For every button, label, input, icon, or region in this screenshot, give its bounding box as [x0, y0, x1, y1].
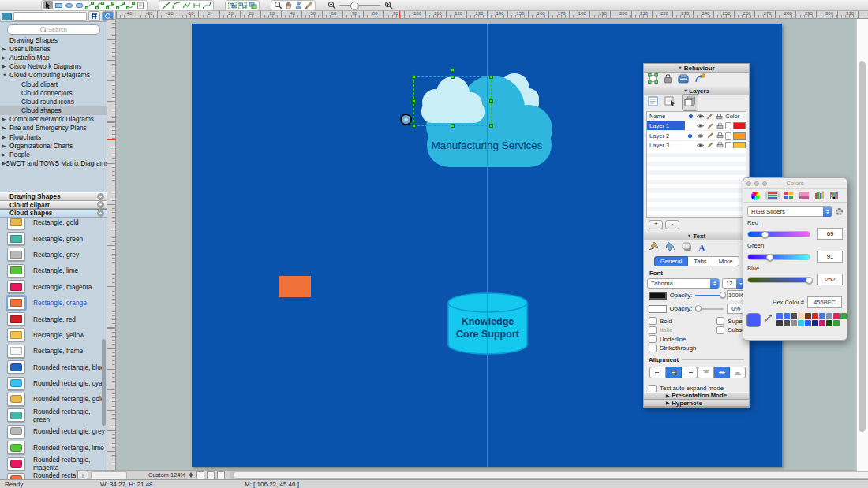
text-block-tool-icon[interactable]	[136, 1, 145, 9]
tab-more[interactable]: More	[713, 256, 739, 266]
section-header-drawing-shapes[interactable]: Drawing Shapes	[0, 192, 107, 201]
hypernote-header[interactable]: ▶ Hypernote	[644, 400, 749, 408]
color-swatch[interactable]	[791, 320, 797, 326]
superscript-checkbox[interactable]	[716, 317, 724, 325]
text-panel-header[interactable]: ▼ Text	[644, 232, 749, 240]
green-slider[interactable]	[747, 254, 810, 260]
vertical-scrollbar[interactable]	[856, 19, 868, 471]
sidebar-item-cloud-computing-diagrams[interactable]: ▼Cloud Computing Diagrams	[0, 71, 107, 80]
gear-icon[interactable]	[97, 201, 104, 208]
zoom-in-icon[interactable]	[383, 1, 393, 9]
printable-toggle[interactable]	[715, 123, 725, 129]
selection-rotate-handle[interactable]	[451, 68, 455, 72]
arc-tool-icon[interactable]	[171, 1, 181, 9]
font-family-stepper-icon[interactable]	[710, 278, 719, 289]
sidebar-item-cisco-network-diagrams[interactable]: ▶Cisco Network Diagrams	[0, 62, 107, 71]
gear-icon[interactable]	[97, 210, 104, 217]
slider-knob[interactable]	[766, 254, 773, 261]
color-sliders-icon[interactable]	[765, 191, 780, 200]
color-palette-icon[interactable]	[784, 191, 795, 200]
sidebar-item-cloud-clipart[interactable]: Cloud clipart	[0, 80, 107, 88]
behaviour-selection-behaviour-icon[interactable]	[648, 73, 658, 87]
shape-item-rectangle-red[interactable]: Rectangle, red	[0, 311, 107, 326]
selection-handle-n[interactable]	[451, 75, 455, 79]
visibility-toggle[interactable]	[695, 123, 705, 129]
gear-icon[interactable]	[836, 208, 843, 215]
current-color-swatch[interactable]	[746, 313, 761, 327]
select-arrow-icon[interactable]	[43, 1, 53, 9]
layer-row-layer-2[interactable]: Layer 2	[647, 131, 746, 140]
behaviour-action-icon[interactable]	[694, 73, 705, 87]
disclosure-triangle-icon[interactable]: ▶	[0, 47, 9, 51]
pan-hand-tool-icon[interactable]	[283, 1, 293, 9]
zoom-slider-knob[interactable]	[350, 2, 359, 10]
underline-checkbox[interactable]	[649, 335, 657, 343]
sidebar-item-swot-and-tows-matrix-diagrams[interactable]: ▶SWOT and TOWS Matrix Diagrams	[0, 159, 107, 168]
stamp-tool-icon[interactable]	[294, 1, 303, 9]
red-slider[interactable]	[747, 231, 810, 237]
behaviour-panel-header[interactable]: ▼ Behaviour	[644, 64, 749, 73]
layer-color-chip[interactable]	[733, 132, 746, 140]
polyline-tool-icon[interactable]	[181, 1, 191, 9]
zoom-tool-icon[interactable]	[273, 1, 282, 9]
layer-color-chip[interactable]	[733, 122, 746, 129]
color-swatch[interactable]	[784, 320, 790, 326]
sidebar-item-organizational-charts[interactable]: ▶Organizational Charts	[0, 141, 107, 150]
bold-checkbox[interactable]	[649, 317, 657, 325]
sidebar-scrollbar[interactable]	[102, 339, 106, 426]
shape-item-rectangle-green[interactable]: Rectangle, green	[0, 230, 107, 246]
valign-middle-button[interactable]	[714, 367, 730, 378]
align-right-button[interactable]	[682, 367, 698, 378]
zoom-slider[interactable]	[339, 5, 380, 6]
sidebar-item-fire-and-emergency-plans[interactable]: ▶Fire and Emergency Plans	[0, 124, 107, 132]
connector-arc-icon[interactable]	[125, 1, 135, 9]
shape-item-rounded-rectangle-lime[interactable]: Rounded rectangle, lime	[0, 439, 107, 455]
color-swatch[interactable]	[833, 320, 840, 326]
color-swatch[interactable]	[791, 313, 797, 319]
eyedropper-icon[interactable]	[764, 313, 772, 322]
sidebar-item-computer-network-diagrams[interactable]: ▶Computer Network Diagrams	[0, 115, 107, 124]
zoom-level-label[interactable]: Custom 124%	[148, 471, 185, 479]
text-color-swatch[interactable]	[649, 292, 667, 300]
slider-knob[interactable]	[806, 277, 813, 284]
sidebar-item-drawing-shapes[interactable]: Drawing Shapes	[0, 35, 107, 44]
shape-item-rounded-rectangle-cyan[interactable]: Rounded rectangle, cyan	[0, 375, 107, 391]
gear-icon[interactable]	[97, 193, 104, 200]
zoom-stepper[interactable]	[188, 471, 194, 479]
text-font-icon[interactable]: A	[698, 240, 705, 255]
grid-view-button[interactable]	[88, 11, 100, 21]
subscript-checkbox[interactable]	[716, 326, 724, 334]
color-swatch[interactable]	[805, 320, 811, 326]
layer-name[interactable]: Layer 1	[647, 121, 685, 130]
disclosure-triangle-icon[interactable]: ▶	[0, 125, 9, 130]
disclosure-triangle-icon[interactable]: ▶	[0, 64, 9, 69]
editable-toggle[interactable]	[705, 132, 716, 139]
sidebar-item-people[interactable]: ▶People	[0, 150, 107, 158]
shape-item-rounded-rectangle-gold[interactable]: Rounded rectangle, gold	[0, 391, 107, 407]
mini-scroll-track[interactable]	[91, 471, 127, 479]
disclosure-triangle-icon[interactable]: ▼	[0, 73, 9, 77]
shape-item-rounded-rectangle-green[interactable]: Rounded rectangle, green	[0, 408, 107, 423]
page-view-button-1[interactable]	[196, 471, 204, 479]
color-swatch[interactable]	[840, 313, 847, 319]
shape-item-rectangle-frame[interactable]: Rectangle, frame	[0, 343, 107, 359]
disclosure-triangle-icon[interactable]: ▶	[0, 135, 9, 140]
strikethrough-checkbox[interactable]	[649, 345, 657, 352]
color-swatch[interactable]	[776, 313, 783, 319]
page-view-button-2[interactable]	[207, 471, 215, 479]
color-swatch[interactable]	[776, 320, 783, 326]
editable-toggle[interactable]	[705, 123, 716, 129]
layer-name[interactable]: Layer 2	[647, 131, 685, 140]
color-swatch[interactable]	[819, 313, 825, 319]
visibility-toggle[interactable]	[695, 143, 705, 148]
align-center-button[interactable]	[666, 367, 682, 378]
presentation-mode-header[interactable]: ▶ Presentation Mode	[644, 392, 749, 400]
sidebar-item-cloud-connectors[interactable]: Cloud connectors	[0, 88, 107, 97]
shape-item-rectangle-lime[interactable]: Rectangle, lime	[0, 263, 107, 278]
color-swatch[interactable]	[805, 313, 811, 319]
selection-handle-e[interactable]	[489, 99, 493, 103]
selection-handle-sw[interactable]	[412, 124, 416, 128]
underline-checkbox-row[interactable]: Underline	[649, 336, 696, 342]
color-wheel-icon[interactable]	[750, 191, 761, 200]
knowledge-core-support-cylinder[interactable]: Knowledge Core Support	[448, 293, 527, 354]
